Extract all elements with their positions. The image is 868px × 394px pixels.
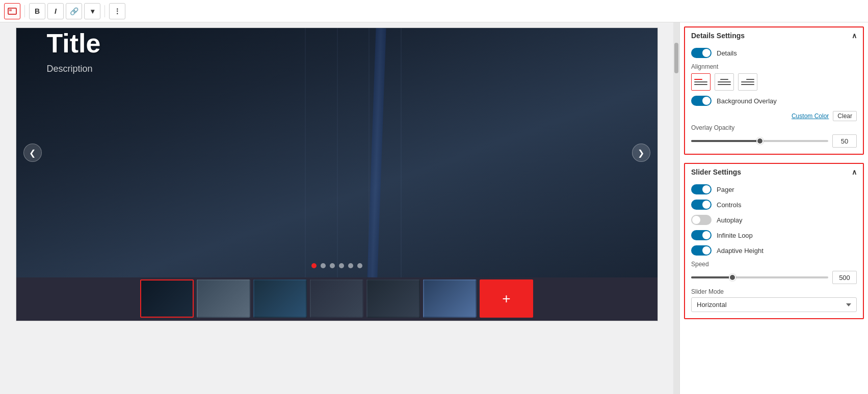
- more-options-button[interactable]: ⋮: [109, 3, 125, 19]
- pager-toggle-row: Pager: [691, 184, 857, 194]
- thumbnail-6[interactable]: [423, 279, 477, 318]
- editor-area: Title Description ❮ ❯: [0, 22, 673, 394]
- align-line: [694, 81, 707, 82]
- speed-range-track[interactable]: [691, 276, 828, 278]
- alignment-section: Alignment: [691, 63, 857, 91]
- slide-title: Title: [47, 28, 627, 59]
- dot-4[interactable]: [339, 263, 344, 268]
- prev-arrow[interactable]: ❮: [23, 144, 42, 162]
- align-line: [741, 81, 754, 82]
- details-settings-body: Details Alignment: [685, 44, 863, 154]
- adaptive-height-toggle-label: Adaptive Height: [717, 247, 764, 255]
- main-layout: Title Description ❮ ❯: [0, 22, 868, 394]
- adaptive-height-toggle[interactable]: [691, 245, 712, 256]
- slider-settings-title: Slider Settings: [691, 168, 741, 176]
- opacity-slider-row: 50: [691, 134, 857, 148]
- details-toggle-label: Details: [717, 49, 737, 57]
- slider-container: Title Description ❮ ❯: [16, 27, 658, 321]
- right-panel: Details Settings ∧ Details Alignment: [679, 22, 868, 394]
- dot-2[interactable]: [321, 263, 326, 268]
- italic-button[interactable]: I: [47, 3, 64, 19]
- dot-3[interactable]: [330, 263, 335, 268]
- align-line: [746, 79, 754, 80]
- slider-settings-section: Slider Settings ∧ Pager Controls Autopla: [684, 163, 864, 319]
- slider-settings-collapse-icon[interactable]: ∧: [852, 168, 857, 176]
- thumbnail-2[interactable]: [197, 279, 250, 318]
- background-overlay-toggle[interactable]: [691, 96, 712, 106]
- opacity-value-input[interactable]: 50: [832, 134, 857, 148]
- infinite-loop-toggle-row: Infinite Loop: [691, 230, 857, 240]
- align-line: [694, 84, 707, 85]
- scroll-track[interactable]: [673, 22, 679, 394]
- speed-label: Speed: [691, 261, 857, 268]
- autoplay-toggle[interactable]: [691, 215, 712, 225]
- speed-range-fill: [691, 276, 732, 278]
- opacity-range-track[interactable]: [691, 140, 828, 142]
- align-line: [718, 84, 731, 85]
- details-toggle[interactable]: [691, 48, 712, 58]
- align-right-button[interactable]: [738, 73, 757, 91]
- dot-1[interactable]: [311, 263, 317, 268]
- opacity-range-thumb[interactable]: [756, 137, 764, 145]
- details-settings-collapse-icon[interactable]: ∧: [852, 32, 857, 40]
- link-dropdown-button[interactable]: ▾: [84, 3, 100, 19]
- autoplay-toggle-row: Autoplay: [691, 215, 857, 225]
- dot-6[interactable]: [357, 263, 362, 268]
- autoplay-toggle-label: Autoplay: [717, 216, 743, 224]
- align-line: [694, 79, 702, 80]
- overlay-color-row: Custom Color Clear: [691, 111, 857, 121]
- pager-toggle[interactable]: [691, 184, 712, 194]
- thumbnail-4[interactable]: [310, 279, 363, 318]
- align-line: [741, 84, 754, 85]
- svg-rect-1: [9, 9, 12, 11]
- alignment-buttons: [691, 73, 857, 91]
- controls-toggle-row: Controls: [691, 200, 857, 210]
- background-overlay-label: Background Overlay: [717, 97, 777, 105]
- align-left-button[interactable]: [691, 73, 711, 91]
- infinite-loop-toggle-label: Infinite Loop: [717, 232, 753, 239]
- controls-toggle[interactable]: [691, 200, 712, 210]
- slide-content: Title Description: [16, 28, 657, 74]
- thumbnails-row: +: [16, 277, 657, 321]
- speed-range-thumb[interactable]: [729, 274, 736, 281]
- slider-main: Title Description ❮ ❯: [16, 28, 657, 277]
- slider-mode-select[interactable]: Horizontal Vertical Fade: [691, 297, 857, 312]
- link-button[interactable]: 🔗: [66, 3, 82, 19]
- speed-value-input[interactable]: 500: [832, 271, 857, 284]
- scroll-thumb[interactable]: [674, 43, 678, 73]
- bold-button[interactable]: B: [29, 3, 45, 19]
- thumbnail-3[interactable]: [253, 279, 307, 318]
- alignment-label: Alignment: [691, 63, 857, 70]
- pager-toggle-label: Pager: [717, 186, 734, 193]
- overlay-opacity-label: Overlay Opacity: [691, 124, 857, 131]
- thumbnail-5[interactable]: [366, 279, 420, 318]
- slider-mode-label: Slider Mode: [691, 288, 857, 295]
- details-toggle-row: Details: [691, 48, 857, 58]
- clear-button[interactable]: Clear: [833, 111, 857, 121]
- slide-description: Description: [47, 64, 627, 74]
- thumbnail-1[interactable]: [140, 279, 194, 318]
- custom-color-link[interactable]: Custom Color: [792, 112, 829, 120]
- controls-toggle-label: Controls: [717, 201, 741, 209]
- toolbar-separator-2: [104, 5, 105, 17]
- details-settings-section: Details Settings ∧ Details Alignment: [684, 26, 864, 155]
- details-settings-header[interactable]: Details Settings ∧: [685, 27, 863, 44]
- adaptive-height-toggle-row: Adaptive Height: [691, 245, 857, 256]
- align-center-button[interactable]: [715, 73, 734, 91]
- editor-toolbar: B I 🔗 ▾ ⋮: [0, 0, 868, 22]
- slide-icon-btn[interactable]: [4, 3, 20, 19]
- toolbar-separator: [24, 5, 25, 17]
- background-overlay-toggle-row: Background Overlay: [691, 96, 857, 106]
- opacity-range-fill: [691, 140, 760, 142]
- align-line: [718, 81, 731, 82]
- speed-slider-row: 500: [691, 271, 857, 284]
- slider-settings-body: Pager Controls Autoplay Infinite Loop: [685, 180, 863, 318]
- next-arrow[interactable]: ❯: [632, 144, 650, 162]
- add-slide-button[interactable]: +: [480, 279, 533, 318]
- slide-dots: [311, 263, 362, 268]
- infinite-loop-toggle[interactable]: [691, 230, 712, 240]
- slider-settings-header[interactable]: Slider Settings ∧: [685, 164, 863, 180]
- details-settings-title: Details Settings: [691, 32, 745, 40]
- align-line: [720, 79, 728, 80]
- dot-5[interactable]: [348, 263, 353, 268]
